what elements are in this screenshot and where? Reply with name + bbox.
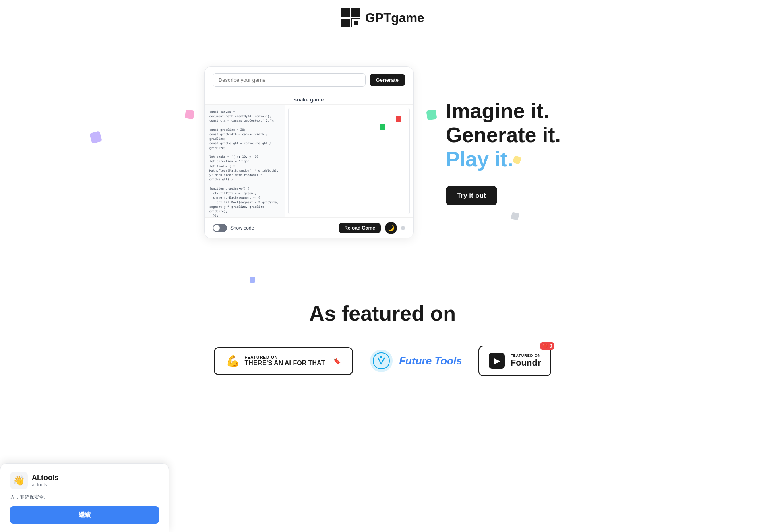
theme-toggle-button[interactable]: 🌙 [385, 222, 397, 234]
cookie-site-domain: ai.tools [32, 482, 58, 488]
deco-square-6 [250, 277, 255, 283]
future-tools-badge[interactable]: Future Tools [369, 349, 462, 373]
deco-square-4 [426, 109, 437, 120]
headline-line2: Generate it. [446, 123, 561, 147]
svg-rect-0 [341, 8, 350, 17]
hand-emoji: 👋 [13, 475, 25, 486]
featured-title: As featured on [40, 301, 725, 325]
demo-ui: Generate snake game const canvas = docum… [204, 66, 414, 238]
there-ai-badge[interactable]: 💪 FEATURED ON THERE'S AN AI FOR THAT 🔖 [214, 347, 354, 375]
try-it-out-button[interactable]: Try it out [446, 186, 497, 205]
demo-search-bar: Generate [205, 67, 413, 93]
bookmark-icon: 🔖 [333, 357, 341, 365]
snake-food [396, 116, 401, 122]
canvas-inner [288, 108, 410, 214]
heart-icon: ❤️ [542, 343, 548, 349]
hero-headline: Imagine it. Generate it. Play it. [446, 99, 561, 171]
headline-line1: Imagine it. [446, 99, 549, 122]
cookie-ai-icon: 👋 [10, 472, 28, 489]
demo-footer: Show code Reload Game 🌙 [205, 217, 413, 238]
logo-icon [341, 8, 360, 27]
snake-head [380, 124, 385, 130]
game-canvas [285, 105, 413, 217]
deco-square-2 [89, 131, 102, 144]
foundr-name: Foundr [511, 358, 541, 368]
svg-rect-1 [351, 8, 360, 17]
cookie-continue-button[interactable]: 繼續 [10, 506, 159, 524]
featured-logos: 💪 FEATURED ON THERE'S AN AI FOR THAT 🔖 F… [40, 346, 725, 376]
svg-rect-4 [354, 21, 358, 25]
navbar: GPTgame [0, 0, 765, 35]
show-code-label: Show code [230, 225, 254, 231]
logo[interactable]: GPTgame [341, 8, 424, 27]
headline-line3: Play it. [446, 147, 513, 171]
there-ai-name: THERE'S AN AI FOR THAT [245, 360, 325, 367]
toggle-switch[interactable] [213, 224, 227, 232]
foundr-text: FEATURED ON Foundr [511, 354, 541, 368]
future-tools-text: Future Tools [399, 355, 462, 367]
svg-rect-2 [341, 19, 350, 27]
cookie-site-info: AI.tools ai.tools [32, 474, 58, 488]
foundr-badge[interactable]: ▶ FEATURED ON Foundr ❤️ 0 [478, 346, 552, 376]
generate-button[interactable]: Generate [370, 74, 405, 86]
hero-text: Imagine it. Generate it. Play it. Try it… [446, 99, 561, 205]
code-panel: const canvas = document.getElementById('… [205, 105, 285, 217]
deco-square-7 [511, 212, 519, 220]
foundr-featured-label: FEATURED ON [511, 354, 541, 358]
bottom-overlay: 👋 AI.tools ai.tools 入，並確保安全。 繼續 [0, 463, 765, 532]
there-ai-icon: 💪 [226, 354, 240, 368]
reload-game-button[interactable]: Reload Game [339, 223, 381, 233]
cookie-text: 入，並確保安全。 [10, 493, 159, 501]
game-title: snake game [205, 93, 413, 105]
cookie-banner: 👋 AI.tools ai.tools 入，並確保安全。 繼續 [0, 463, 169, 532]
deco-square-1 [184, 109, 194, 119]
future-tools-icon [369, 349, 393, 373]
cookie-site-name: AI.tools [32, 474, 58, 482]
cookie-top: 👋 AI.tools ai.tools [10, 472, 159, 489]
demo-body: const canvas = document.getElementById('… [205, 105, 413, 217]
hero-section: Generate snake game const canvas = docum… [0, 35, 765, 277]
featured-section: As featured on 💪 FEATURED ON THERE'S AN … [0, 277, 765, 408]
foundr-arrow-icon: ▶ [489, 353, 505, 369]
logo-text: GPTgame [365, 10, 424, 25]
dot-indicator [401, 226, 405, 230]
svg-point-6 [380, 356, 382, 358]
game-describe-input[interactable] [213, 73, 366, 87]
there-ai-text: FEATURED ON THERE'S AN AI FOR THAT [245, 355, 325, 367]
heart-badge: ❤️ 0 [540, 342, 555, 350]
show-code-toggle[interactable]: Show code [213, 224, 254, 232]
heart-count: 0 [550, 343, 552, 349]
there-ai-featured-label: FEATURED ON [245, 355, 325, 360]
